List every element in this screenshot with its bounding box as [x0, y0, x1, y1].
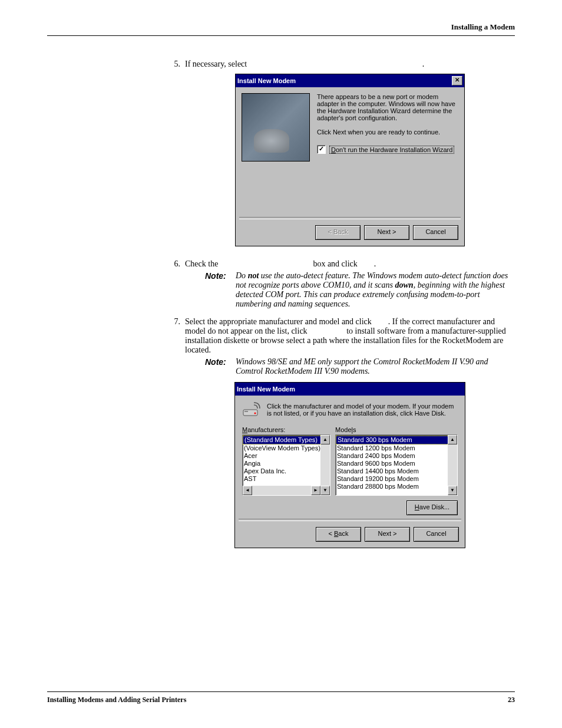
list-item[interactable]: (VoiceView Modem Types)	[243, 444, 330, 452]
close-icon[interactable]: ✕	[452, 76, 462, 85]
cancel-button[interactable]: Cancel	[414, 527, 459, 542]
list-item[interactable]: Apex Data Inc.	[243, 467, 330, 475]
back-button[interactable]: < Back	[316, 527, 361, 542]
wizard-image	[242, 93, 310, 162]
dialog-title: Install New Modem	[237, 77, 452, 84]
scroll-down-icon[interactable]: ▼	[448, 486, 457, 495]
scroll-right-icon[interactable]: ►	[311, 486, 320, 495]
have-disk-button[interactable]: Have Disk...	[406, 500, 458, 515]
back-button: < Back	[315, 225, 361, 240]
list-item[interactable]: Standard 19200 bps Modem	[336, 475, 457, 483]
install-modem-dialog-2: Install New Modem	[234, 382, 465, 548]
step-6-mid: box and click	[313, 259, 357, 268]
note-1: Note: Do not use the auto-detect feature…	[205, 271, 515, 309]
dont-run-wizard-checkbox[interactable]: ✓	[317, 145, 326, 154]
manufacturers-listbox[interactable]: (Standard Modem Types) (VoiceView Modem …	[242, 434, 330, 496]
step-5: 5. If necessary, select . Install New Mo…	[165, 60, 515, 255]
scroll-up-icon[interactable]: ▲	[448, 435, 457, 444]
note-label: Note:	[205, 357, 236, 376]
scroll-left-icon[interactable]: ◄	[243, 486, 252, 495]
list-item[interactable]: Standard 1200 bps Modem	[336, 444, 457, 452]
dont-run-wizard-label: Don't run the Hardware Installation Wiza…	[329, 146, 454, 154]
scroll-up-icon[interactable]: ▲	[320, 435, 330, 444]
next-button[interactable]: Next >	[364, 225, 409, 240]
step-5-trail: .	[422, 60, 425, 68]
step-6-pre: Check the	[185, 259, 218, 268]
list-item[interactable]: Standard 14400 bps Modem	[336, 467, 457, 475]
note-label: Note:	[205, 271, 236, 309]
list-item[interactable]: Standard 9600 bps Modem	[336, 460, 457, 467]
dialog-instruction: Click the manufacturer and model of your…	[267, 401, 458, 420]
list-item[interactable]: Angia	[243, 460, 330, 467]
dialog-title: Install New Modem	[237, 386, 463, 393]
dialog-text-1: There appears to be a new port or modem …	[317, 93, 458, 121]
note-2: Note: Windows 98/SE and ME only support …	[205, 357, 515, 376]
svg-rect-1	[244, 411, 248, 412]
dialog-titlebar: Install New Modem	[235, 383, 465, 396]
page-number: 23	[508, 696, 515, 704]
models-listbox[interactable]: Standard 300 bps Modem Standard 1200 bps…	[335, 434, 458, 496]
scrollbar-horizontal[interactable]: ◄ ►	[243, 486, 320, 495]
step-5-text: If necessary, select	[185, 60, 247, 68]
cancel-button[interactable]: Cancel	[413, 225, 458, 240]
dialog-titlebar: Install New Modem ✕	[236, 74, 464, 87]
page-header-section: Installing a Modem	[47, 22, 515, 35]
footer-title: Installing Modems and Adding Serial Prin…	[47, 696, 186, 704]
step-6: 6. Check the box and click . Note: Do no…	[165, 259, 515, 312]
note-1-text: Do not use the auto-detect feature. The …	[236, 271, 515, 309]
list-item[interactable]: Standard 2400 bps Modem	[336, 452, 457, 460]
dialog-separator	[239, 217, 461, 219]
list-item[interactable]: Standard 300 bps Modem	[336, 436, 457, 444]
dialog-text-2: Click Next when you are ready to continu…	[317, 129, 458, 136]
step-7: 7. Select the appropriate manufacturer a…	[165, 317, 515, 556]
step-6-trail: .	[374, 259, 376, 268]
header-rule	[47, 35, 515, 36]
models-label: Models	[335, 426, 458, 433]
scrollbar-vertical[interactable]: ▲ ▼	[448, 435, 457, 495]
step-number: 7.	[165, 317, 185, 556]
next-button[interactable]: Next >	[365, 527, 410, 542]
svg-point-2	[254, 413, 256, 414]
note-2-text: Windows 98/SE and ME only support the Co…	[236, 357, 515, 376]
scrollbar-vertical[interactable]: ▲ ▼	[320, 435, 330, 495]
list-item[interactable]: (Standard Modem Types)	[243, 436, 330, 444]
manufacturers-label: Manufacturers:	[242, 426, 330, 433]
step-number: 5.	[165, 60, 185, 255]
list-item[interactable]: AST	[243, 475, 330, 483]
step-number: 6.	[165, 259, 185, 312]
list-item[interactable]: Standard 28800 bps Modem	[336, 483, 457, 490]
page-footer: Installing Modems and Adding Serial Prin…	[47, 691, 515, 704]
modem-icon	[242, 401, 261, 420]
install-modem-dialog-1: Install New Modem ✕ There appears to be …	[235, 74, 465, 246]
step-7-text-a: Select the appropriate manufacturer and …	[185, 317, 372, 326]
list-item[interactable]: Acer	[243, 452, 330, 460]
dialog-separator	[239, 519, 461, 521]
scroll-down-icon[interactable]: ▼	[320, 486, 330, 495]
